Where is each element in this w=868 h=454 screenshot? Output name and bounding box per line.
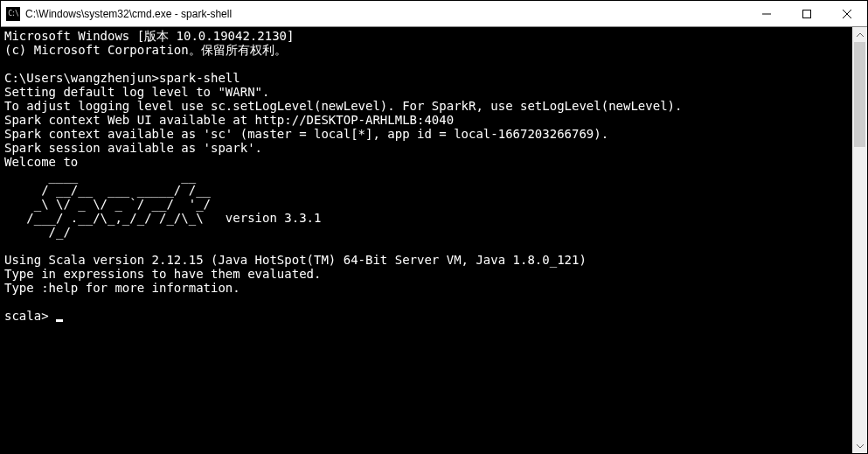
scroll-track[interactable]: [852, 42, 867, 438]
output-line: Spark context available as 'sc' (master …: [4, 127, 608, 141]
vertical-scrollbar[interactable]: [852, 27, 867, 453]
ascii-art-line: ____ __: [4, 169, 196, 183]
output-line: Type in expressions to have them evaluat…: [4, 267, 321, 281]
scroll-up-button[interactable]: [852, 27, 867, 42]
minimize-button[interactable]: [746, 1, 787, 26]
titlebar[interactable]: C:\ C:\Windows\system32\cmd.exe - spark-…: [1, 1, 867, 27]
output-line: C:\Users\wangzhenjun>spark-shell: [4, 71, 240, 85]
scroll-down-button[interactable]: [852, 438, 867, 453]
window-title: C:\Windows\system32\cmd.exe - spark-shel…: [25, 8, 746, 20]
output-line: Microsoft Windows [版本 10.0.19042.2130]: [4, 29, 294, 43]
prompt: scala>: [4, 309, 56, 323]
output-line: (c) Microsoft Corporation。保留所有权利。: [4, 43, 287, 57]
window-controls: [746, 1, 867, 26]
ascii-art-line: /_/: [4, 225, 71, 239]
output-line: Spark context Web UI available at http:/…: [4, 113, 454, 127]
terminal-output[interactable]: Microsoft Windows [版本 10.0.19042.2130] (…: [1, 27, 852, 453]
ascii-art-line: / __/__ ___ _____/ /__: [4, 183, 211, 197]
output-line: Spark session available as 'spark'.: [4, 141, 262, 155]
cmd-icon: C:\: [6, 7, 20, 21]
output-line: To adjust logging level use sc.setLogLev…: [4, 99, 682, 113]
ascii-art-line: _\ \/ _ \/ _ `/ __/ '_/: [4, 197, 211, 211]
minimize-icon: [762, 10, 771, 18]
ascii-art-line: /___/ .__/\_,_/_/ /_/\_\ version 3.3.1: [4, 211, 321, 225]
output-line: Welcome to: [4, 155, 78, 169]
chevron-up-icon: [857, 31, 864, 38]
output-line: Type :help for more information.: [4, 281, 240, 295]
close-icon: [843, 10, 851, 18]
chevron-down-icon: [857, 443, 864, 450]
cursor: [56, 319, 63, 322]
cmd-window: C:\ C:\Windows\system32\cmd.exe - spark-…: [0, 0, 868, 454]
output-line: Using Scala version 2.12.15 (Java HotSpo…: [4, 253, 587, 267]
maximize-icon: [802, 10, 811, 18]
maximize-button[interactable]: [787, 1, 827, 26]
output-line: Setting default log level to "WARN".: [4, 85, 269, 99]
scroll-thumb[interactable]: [854, 42, 865, 147]
svg-rect-1: [803, 10, 811, 17]
close-button[interactable]: [827, 1, 867, 26]
terminal-area: Microsoft Windows [版本 10.0.19042.2130] (…: [1, 27, 867, 453]
